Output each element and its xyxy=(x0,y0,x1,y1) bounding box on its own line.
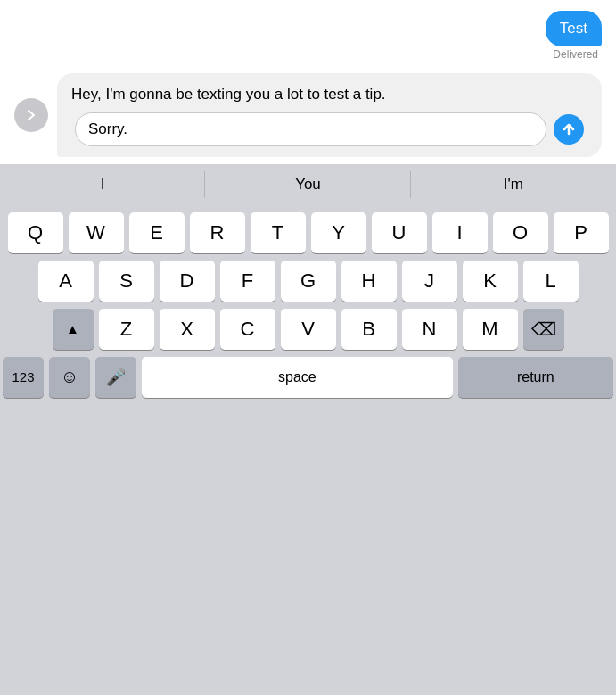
autocomplete-item-im[interactable]: I'm xyxy=(411,164,616,205)
key-j[interactable]: J xyxy=(402,261,457,302)
emoji-key[interactable]: ☺ xyxy=(49,357,90,398)
message-area: Test Delivered Hey, I'm gonna be texting… xyxy=(0,0,616,164)
key-l[interactable]: L xyxy=(523,261,579,302)
shift-key[interactable]: ▲ xyxy=(53,309,94,350)
key-z[interactable]: Z xyxy=(99,309,154,350)
sent-text: Test xyxy=(560,20,587,37)
key-v[interactable]: V xyxy=(281,309,336,350)
received-message-row: Hey, I'm gonna be texting you a lot to t… xyxy=(14,73,602,157)
sent-message-row: Test Delivered xyxy=(14,11,602,61)
key-f[interactable]: F xyxy=(220,261,275,302)
send-button[interactable] xyxy=(554,114,584,145)
key-w[interactable]: W xyxy=(69,212,124,253)
key-h[interactable]: H xyxy=(341,261,397,302)
key-k[interactable]: K xyxy=(463,261,518,302)
key-e[interactable]: E xyxy=(129,212,185,253)
received-text-line1: Hey, I'm gonna be texting you a lot to t… xyxy=(71,84,587,105)
key-d[interactable]: D xyxy=(160,261,215,302)
return-key[interactable]: return xyxy=(458,357,613,398)
keyboard-row-4: 123 ☺ 🎤 space return xyxy=(3,357,613,398)
key-o[interactable]: O xyxy=(493,212,548,253)
mic-key[interactable]: 🎤 xyxy=(95,357,136,398)
key-x[interactable]: X xyxy=(160,309,215,350)
key-u[interactable]: U xyxy=(372,212,427,253)
key-a[interactable]: A xyxy=(38,261,94,302)
key-b[interactable]: B xyxy=(341,309,397,350)
sent-bubble: Test xyxy=(546,11,602,46)
key-g[interactable]: G xyxy=(281,261,336,302)
key-p[interactable]: P xyxy=(554,212,609,253)
key-s[interactable]: S xyxy=(99,261,154,302)
keyboard-row-1: Q W E R T Y U I O P xyxy=(3,212,613,253)
key-m[interactable]: M xyxy=(463,309,518,350)
space-key[interactable]: space xyxy=(142,357,453,398)
keyboard-row-3: ▲ Z X C V B N M ⌫ xyxy=(3,309,613,350)
key-n[interactable]: N xyxy=(402,309,457,350)
autocomplete-item-you[interactable]: You xyxy=(205,164,410,205)
keyboard: Q W E R T Y U I O P A S D F G H J K L ▲ … xyxy=(0,205,616,695)
key-q[interactable]: Q xyxy=(8,212,63,253)
delivered-label: Delivered xyxy=(553,48,598,61)
delete-key[interactable]: ⌫ xyxy=(523,309,564,350)
numbers-key[interactable]: 123 xyxy=(3,357,44,398)
autocomplete-item-i[interactable]: I xyxy=(0,164,205,205)
autocomplete-bar: I You I'm xyxy=(0,164,616,205)
key-t[interactable]: T xyxy=(251,212,306,253)
message-input[interactable] xyxy=(75,112,546,146)
key-y[interactable]: Y xyxy=(311,212,366,253)
key-r[interactable]: R xyxy=(190,212,245,253)
input-row xyxy=(71,112,587,146)
key-i[interactable]: I xyxy=(432,212,488,253)
key-c[interactable]: C xyxy=(220,309,275,350)
keyboard-row-2: A S D F G H J K L xyxy=(3,261,613,302)
expand-button[interactable] xyxy=(14,98,48,132)
received-bubble: Hey, I'm gonna be texting you a lot to t… xyxy=(57,73,602,157)
